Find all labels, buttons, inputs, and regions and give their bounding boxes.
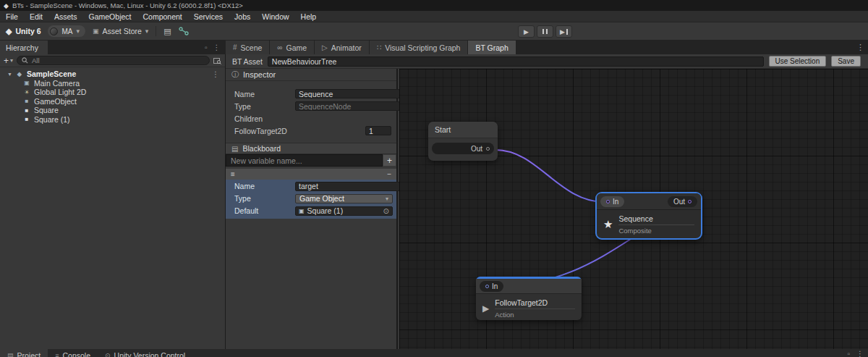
- info-icon: ⓘ: [231, 70, 239, 80]
- lock-icon[interactable]: ▫: [847, 350, 850, 357]
- node-start[interactable]: Start Out: [428, 122, 498, 161]
- hierarchy-search-input[interactable]: All: [17, 56, 210, 65]
- expand-arrow-icon[interactable]: ▼: [7, 72, 12, 77]
- chevron-down-icon: ▾: [386, 196, 388, 202]
- tab-hierarchy[interactable]: Hierarchy: [0, 41, 48, 54]
- save-button[interactable]: Save: [831, 56, 861, 67]
- object-icon: ▣: [299, 208, 305, 214]
- inspector-title: Inspector: [243, 70, 276, 79]
- menu-help[interactable]: Help: [295, 11, 323, 22]
- name-label: Name: [234, 90, 295, 98]
- tree-item-global-light-2d[interactable]: ☀ Global Light 2D: [0, 88, 225, 97]
- node-sequence[interactable]: In Out ★ Sequence Composite: [595, 192, 702, 240]
- blackboard-title: Blackboard: [242, 144, 281, 153]
- lock-icon[interactable]: ▫: [205, 43, 208, 51]
- tab-visual-scripting-graph[interactable]: ∷ Visual Scripting Graph: [370, 41, 468, 54]
- asset-store-menu[interactable]: ▣ Asset Store ▾: [93, 27, 148, 35]
- tree-item-square-1[interactable]: ■ Square (1): [0, 115, 225, 125]
- account-menu[interactable]: MA ▾: [48, 25, 85, 37]
- scene-row[interactable]: ▼ ◆ SampleScene ⋮: [0, 70, 225, 79]
- search-window-icon[interactable]: [213, 57, 221, 64]
- tab-game[interactable]: ∞ Game: [270, 41, 314, 54]
- node-followtarget2d[interactable]: In ▶ FollowTarget2D Action: [476, 277, 582, 320]
- sequence-out-port[interactable]: Out: [668, 196, 697, 207]
- scene-menu-icon[interactable]: ⋮: [212, 70, 220, 78]
- out-port-icon[interactable]: [688, 200, 692, 203]
- account-label: MA: [61, 28, 72, 35]
- use-selection-button[interactable]: Use Selection: [769, 56, 827, 67]
- hierarchy-menu-icon[interactable]: ⋮: [213, 43, 221, 51]
- variable-name-field[interactable]: [295, 182, 400, 191]
- variable-type-dropdown[interactable]: Game Object ▾: [295, 194, 393, 203]
- tab-scene[interactable]: # Scene: [226, 41, 269, 54]
- tab-unity-version-control[interactable]: ⊙ Unity Version Control: [98, 349, 192, 357]
- unity-version-label: Unity 6: [15, 27, 41, 35]
- start-out-port[interactable]: Out: [432, 143, 494, 154]
- pause-icon: [542, 29, 544, 34]
- console-tab-icon: ≡: [55, 352, 59, 357]
- menu-jobs[interactable]: Jobs: [229, 11, 256, 22]
- sequence-in-port[interactable]: In: [600, 196, 624, 207]
- variable-default-object-field[interactable]: ▣ Square (1) ⊙: [295, 206, 393, 216]
- menu-assets[interactable]: Assets: [48, 11, 83, 22]
- child-count-field[interactable]: [365, 126, 391, 135]
- children-label: Children: [234, 114, 295, 123]
- add-variable-button[interactable]: +: [383, 154, 396, 167]
- gameobject-icon: ■: [23, 98, 30, 104]
- child-name-label: FollowTarget2D: [234, 127, 295, 135]
- play-icon: ▶: [524, 28, 529, 35]
- menu-bar: File Edit Assets GameObject Component Se…: [0, 11, 868, 22]
- tab-animator[interactable]: ▷ Animator: [315, 41, 369, 54]
- tray-icon[interactable]: ▤: [163, 27, 171, 36]
- sequence-node-subtitle: Composite: [618, 225, 694, 235]
- menu-file[interactable]: File: [0, 11, 24, 22]
- object-picker-icon[interactable]: ⊙: [383, 207, 389, 215]
- collapse-icon[interactable]: −: [387, 170, 391, 178]
- project-tab-icon: ▤: [7, 352, 14, 357]
- type-label: Type: [234, 102, 295, 111]
- tab-bt-graph[interactable]: BT Graph: [468, 41, 515, 54]
- tab-console[interactable]: ≡ Console: [48, 349, 98, 357]
- unity-version-badge[interactable]: ◆ Unity 6: [6, 27, 41, 36]
- blackboard-variable-item[interactable]: ≡ − Name Type Game Object ▾ Default: [226, 169, 396, 219]
- panel-menu-icon[interactable]: ⋮: [856, 43, 864, 52]
- in-port-icon[interactable]: [606, 200, 610, 203]
- new-variable-input[interactable]: [226, 154, 383, 167]
- play-controls: ▶ ▶: [518, 25, 572, 38]
- bottom-menu-icon[interactable]: ⋮: [856, 350, 864, 357]
- main-toolbar: ◆ Unity 6 MA ▾ ▣ Asset Store ▾ ▤ ▶: [0, 22, 868, 41]
- scene-label: SampleScene: [27, 70, 76, 78]
- in-port-icon[interactable]: [485, 285, 489, 288]
- bt-graph-toolbar: BT Asset Use Selection Save: [226, 54, 868, 69]
- tab-project[interactable]: ▤ Project: [0, 349, 48, 357]
- menu-component[interactable]: Component: [137, 11, 187, 22]
- tree-item-main-camera[interactable]: ▣ Main Camera: [0, 79, 225, 88]
- action-node-subtitle: Action: [495, 309, 575, 319]
- menu-edit[interactable]: Edit: [24, 11, 48, 22]
- chevron-down-icon: ▾: [10, 57, 13, 64]
- out-port-icon[interactable]: [486, 147, 490, 151]
- pause-button[interactable]: [537, 25, 553, 38]
- create-menu-button[interactable]: + ▾: [4, 56, 13, 66]
- bt-graph-canvas[interactable]: Start Out In Out ★: [399, 69, 868, 349]
- step-button[interactable]: ▶: [556, 25, 572, 38]
- action-play-icon: ▶: [482, 303, 489, 314]
- drag-handle-icon[interactable]: ≡: [231, 170, 235, 178]
- menu-gameobject[interactable]: GameObject: [83, 11, 137, 22]
- menu-services[interactable]: Services: [188, 11, 229, 22]
- node-name-field[interactable]: [295, 89, 400, 98]
- asset-store-icon: ▣: [93, 28, 99, 35]
- play-button[interactable]: ▶: [518, 25, 535, 38]
- script-graph-icon[interactable]: [179, 27, 189, 35]
- edge-start-to-sequence[interactable]: [495, 150, 605, 202]
- search-icon: [22, 57, 28, 64]
- light-icon: ☀: [23, 89, 30, 96]
- tree-item-gameobject[interactable]: ■ GameObject: [0, 97, 225, 106]
- bt-asset-label: BT Asset: [232, 57, 263, 66]
- menu-window[interactable]: Window: [256, 11, 294, 22]
- tree-item-square[interactable]: ■ Square: [0, 106, 225, 115]
- toolbar-separator: [156, 26, 156, 36]
- action-in-port[interactable]: In: [480, 281, 503, 292]
- bt-asset-field[interactable]: [268, 56, 764, 67]
- unity-editor-window: ◆ BTs - SampleScene - Windows, Mac, Linu…: [0, 0, 868, 357]
